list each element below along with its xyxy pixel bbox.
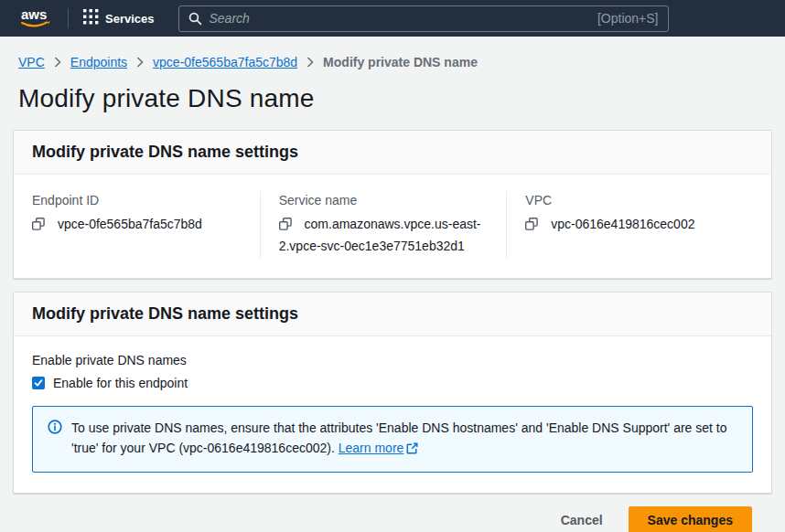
- settings-card: Modify private DNS name settings Enable …: [13, 292, 772, 494]
- main-content: VPC Endpoints vpce-0fe565ba7fa5c7b8d Mod…: [0, 37, 785, 532]
- breadcrumb-chevron-icon: [306, 57, 314, 68]
- enable-private-dns-label: Enable private DNS names: [32, 353, 753, 367]
- breadcrumb-current-page: Modify private DNS name: [323, 55, 478, 69]
- search-placeholder: Search: [210, 11, 590, 26]
- summary-card: Modify private DNS name settings Endpoin…: [13, 130, 772, 279]
- cancel-button[interactable]: Cancel: [561, 507, 603, 532]
- breadcrumb: VPC Endpoints vpce-0fe565ba7fa5c7b8d Mod…: [13, 53, 772, 69]
- vpc-field: VPC vpc-0616e419816cec002: [506, 191, 753, 258]
- services-grid-icon: [83, 9, 99, 27]
- copy-icon[interactable]: [525, 218, 542, 233]
- search-icon: [188, 12, 202, 26]
- endpoint-id-label: Endpoint ID: [32, 193, 242, 207]
- settings-card-title: Modify private DNS name settings: [14, 293, 771, 336]
- aws-logo[interactable]: aws: [18, 6, 53, 30]
- search-input[interactable]: Search [Option+S]: [178, 5, 669, 32]
- service-name-label: Service name: [279, 193, 489, 207]
- external-link-icon: [406, 442, 418, 457]
- breadcrumb-chevron-icon: [136, 57, 144, 68]
- checkbox-check-icon: [34, 378, 43, 388]
- search-shortcut-hint: [Option+S]: [597, 11, 659, 26]
- info-icon: [48, 420, 62, 460]
- learn-more-link[interactable]: Learn more: [339, 441, 404, 455]
- breadcrumb-link-endpoint-id[interactable]: vpce-0fe565ba7fa5c7b8d: [153, 55, 297, 69]
- form-actions: Cancel Save changes: [13, 506, 772, 532]
- endpoint-id-value: vpce-0fe565ba7fa5c7b8d: [58, 217, 202, 231]
- enable-endpoint-checkbox[interactable]: [32, 377, 45, 389]
- summary-card-title: Modify private DNS name settings: [14, 131, 771, 175]
- info-alert: To use private DNS names, ensure that th…: [32, 406, 753, 473]
- services-label: Services: [105, 12, 155, 26]
- copy-icon[interactable]: [32, 218, 48, 233]
- info-alert-text: To use private DNS names, ensure that th…: [71, 418, 737, 460]
- svg-text:aws: aws: [21, 6, 47, 22]
- vpc-label: VPC: [525, 193, 735, 207]
- copy-icon[interactable]: [279, 218, 296, 233]
- topbar-divider: [68, 8, 69, 28]
- service-name-field: Service name com.amazonaws.vpce.us-east-…: [260, 191, 507, 258]
- topbar: aws Services Search [Option+S]: [0, 0, 785, 37]
- breadcrumb-chevron-icon: [54, 57, 61, 68]
- breadcrumb-link-endpoints[interactable]: Endpoints: [70, 55, 127, 69]
- enable-endpoint-checkbox-label: Enable for this endpoint: [53, 376, 188, 390]
- services-menu-button[interactable]: Services: [83, 9, 155, 27]
- enable-endpoint-checkbox-row[interactable]: Enable for this endpoint: [32, 376, 753, 390]
- service-name-value: com.amazonaws.vpce.us-east-2.vpce-svc-0e…: [279, 217, 481, 253]
- save-changes-button[interactable]: Save changes: [629, 506, 752, 532]
- vpc-value: vpc-0616e419816cec002: [551, 217, 694, 231]
- breadcrumb-link-vpc[interactable]: VPC: [18, 55, 45, 69]
- endpoint-id-field: Endpoint ID vpce-0fe565ba7fa5c7b8d: [32, 191, 260, 258]
- page-title: Modify private DNS name: [18, 84, 772, 113]
